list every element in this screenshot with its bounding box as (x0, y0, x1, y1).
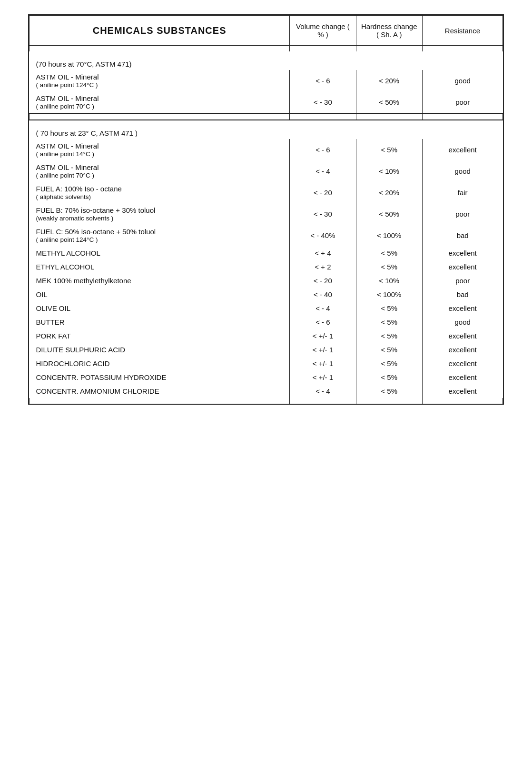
volume-value-1-8: < - 40 (290, 288, 356, 301)
hardness-value-1-8: < 100% (356, 288, 422, 301)
hardness-value-1-11: < 5% (356, 329, 422, 343)
hardness-change-header: Hardness change ( Sh. A ) (356, 16, 422, 46)
volume-value-0-0: < - 6 (290, 70, 356, 91)
resistance-value-1-6: excellent (422, 260, 502, 274)
table-row: ASTM OIL - Mineral( aniline point 70°C )… (30, 160, 503, 182)
hardness-value-1-4: < 100% (356, 225, 422, 246)
volume-value-1-7: < - 20 (290, 274, 356, 288)
table-row: ASTM OIL - Mineral( aniline point 124°C … (30, 70, 503, 91)
chemical-name-1-6: ETHYL ALCOHOL (30, 260, 290, 274)
resistance-value-1-13: excellent (422, 357, 502, 370)
volume-change-header: Volume change ( % ) (290, 16, 356, 46)
chemicals-table-wrapper: CHEMICALS SUBSTANCES Volume change ( % )… (28, 14, 504, 405)
table-row: HIDROCHLORIC ACID< +/- 1< 5%excellent (30, 357, 503, 370)
chemical-sub-1-4: ( aniline point 124°C ) (36, 236, 283, 243)
table-row: ETHYL ALCOHOL< + 2< 5%excellent (30, 260, 503, 274)
volume-value-1-6: < + 2 (290, 260, 356, 274)
chemical-name-1-2: FUEL A: 100% Iso - octane( aliphatic sol… (30, 182, 290, 203)
chemical-name-1-0: ASTM OIL - Mineral( aniline point 14°C ) (30, 139, 290, 160)
hardness-value-1-5: < 5% (356, 246, 422, 260)
hardness-value-1-7: < 10% (356, 274, 422, 288)
table-row: OLIVE OIL< - 4< 5%excellent (30, 301, 503, 315)
volume-value-1-2: < - 20 (290, 182, 356, 203)
table-row: DILUITE SULPHURIC ACID< +/- 1< 5%excelle… (30, 343, 503, 357)
volume-value-1-0: < - 6 (290, 139, 356, 160)
chemical-name-1-7: MEK 100% methylethylketone (30, 274, 290, 288)
table-row: CONCENTR. POTASSIUM HYDROXIDE< +/- 1< 5%… (30, 370, 503, 384)
chemical-sub-1-1: ( aniline point 70°C ) (36, 172, 283, 179)
resistance-value-1-2: fair (422, 182, 502, 203)
resistance-value-1-15: excellent (422, 384, 502, 398)
chemical-name-0-0: ASTM OIL - Mineral( aniline point 124°C … (30, 70, 290, 91)
chemical-name-1-13: HIDROCHLORIC ACID (30, 357, 290, 370)
chemical-name-1-10: BUTTER (30, 315, 290, 329)
section-title-1: ( 70 hours at 23° C, ASTM 471 ) (30, 120, 503, 139)
hardness-value-1-9: < 5% (356, 301, 422, 315)
hardness-value-1-14: < 5% (356, 370, 422, 384)
resistance-value-1-3: poor (422, 203, 502, 225)
hardness-value-0-0: < 20% (356, 70, 422, 91)
resistance-value-1-4: bad (422, 225, 502, 246)
resistance-value-0-0: good (422, 70, 502, 91)
hardness-value-1-12: < 5% (356, 343, 422, 357)
chemical-name-1-12: DILUITE SULPHURIC ACID (30, 343, 290, 357)
resistance-value-1-7: poor (422, 274, 502, 288)
section-spacer (30, 46, 503, 52)
resistance-value-1-11: excellent (422, 329, 502, 343)
resistance-value-1-14: excellent (422, 370, 502, 384)
chemical-name-1-11: PORK FAT (30, 329, 290, 343)
table-row: CONCENTR. AMMONIUM CHLORIDE< - 4< 5%exce… (30, 384, 503, 398)
chemical-sub-0-0: ( aniline point 124°C ) (36, 81, 283, 89)
volume-value-1-10: < - 6 (290, 315, 356, 329)
chemical-substances-header: CHEMICALS SUBSTANCES (30, 16, 290, 46)
chemical-name-1-1: ASTM OIL - Mineral( aniline point 70°C ) (30, 160, 290, 182)
hardness-value-1-15: < 5% (356, 384, 422, 398)
hardness-value-0-1: < 50% (356, 91, 422, 113)
hardness-value-1-6: < 5% (356, 260, 422, 274)
resistance-value-1-10: good (422, 315, 502, 329)
table-row: ASTM OIL - Mineral( aniline point 70°C )… (30, 91, 503, 113)
chemical-sub-1-3: (weakly aromatic solvents ) (36, 215, 283, 222)
chemical-name-1-8: OIL (30, 288, 290, 301)
chemical-sub-1-0: ( aniline point 14°C ) (36, 150, 283, 158)
volume-value-0-1: < - 30 (290, 91, 356, 113)
resistance-value-1-12: excellent (422, 343, 502, 357)
chemical-name-1-15: CONCENTR. AMMONIUM CHLORIDE (30, 384, 290, 398)
chemical-name-1-14: CONCENTR. POTASSIUM HYDROXIDE (30, 370, 290, 384)
resistance-value-1-8: bad (422, 288, 502, 301)
table-row: FUEL A: 100% Iso - octane( aliphatic sol… (30, 182, 503, 203)
volume-value-1-11: < +/- 1 (290, 329, 356, 343)
resistance-value-0-1: poor (422, 91, 502, 113)
section-spacer (30, 114, 503, 120)
hardness-value-1-2: < 20% (356, 182, 422, 203)
hardness-value-1-0: < 5% (356, 139, 422, 160)
section-header-0: (70 hours at 70°C, ASTM 471) (30, 51, 503, 70)
volume-value-1-1: < - 4 (290, 160, 356, 182)
volume-value-1-5: < + 4 (290, 246, 356, 260)
volume-value-1-13: < +/- 1 (290, 357, 356, 370)
hardness-value-1-1: < 10% (356, 160, 422, 182)
table-row: ASTM OIL - Mineral( aniline point 14°C )… (30, 139, 503, 160)
hardness-value-1-3: < 50% (356, 203, 422, 225)
chemical-name-1-4: FUEL C: 50% iso-octane + 50% toluol( ani… (30, 225, 290, 246)
volume-value-1-14: < +/- 1 (290, 370, 356, 384)
bottom-spacer (30, 398, 503, 404)
section-title-0: (70 hours at 70°C, ASTM 471) (30, 51, 503, 70)
volume-value-1-3: < - 30 (290, 203, 356, 225)
table-row: FUEL C: 50% iso-octane + 50% toluol( ani… (30, 225, 503, 246)
chemicals-table: CHEMICALS SUBSTANCES Volume change ( % )… (29, 15, 503, 404)
table-body: (70 hours at 70°C, ASTM 471)ASTM OIL - M… (30, 46, 503, 404)
resistance-value-1-9: excellent (422, 301, 502, 315)
resistance-value-1-1: good (422, 160, 502, 182)
table-row: OIL< - 40< 100%bad (30, 288, 503, 301)
table-row: BUTTER< - 6< 5%good (30, 315, 503, 329)
resistance-value-1-5: excellent (422, 246, 502, 260)
chemical-sub-1-2: ( aliphatic solvents) (36, 193, 283, 200)
table-row: PORK FAT< +/- 1< 5%excellent (30, 329, 503, 343)
volume-value-1-15: < - 4 (290, 384, 356, 398)
hardness-value-1-10: < 5% (356, 315, 422, 329)
volume-value-1-12: < +/- 1 (290, 343, 356, 357)
chemical-name-0-1: ASTM OIL - Mineral( aniline point 70°C ) (30, 91, 290, 113)
chemical-name-1-9: OLIVE OIL (30, 301, 290, 315)
section-header-1: ( 70 hours at 23° C, ASTM 471 ) (30, 120, 503, 139)
